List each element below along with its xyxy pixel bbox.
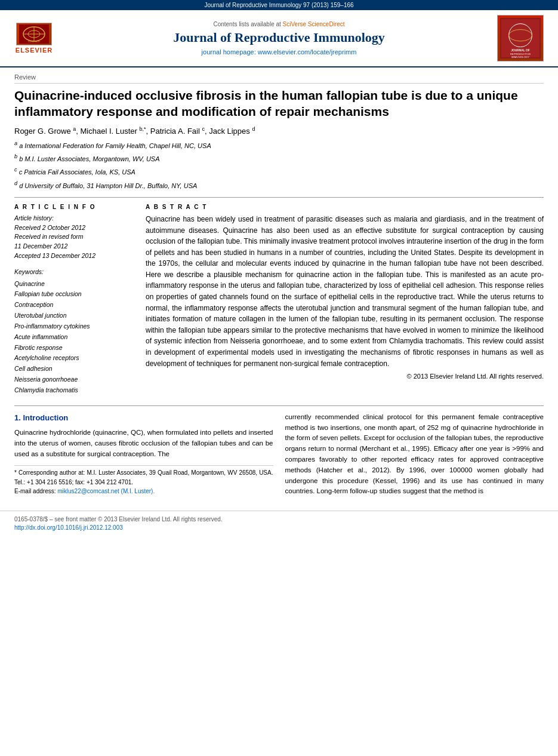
keywords-label: Keywords: xyxy=(14,267,134,278)
section-number: 1. xyxy=(14,413,21,422)
homepage-url[interactable]: www.elsevier.com/locate/jreprimm xyxy=(258,48,357,56)
article-type-label: Review xyxy=(14,73,544,84)
svg-text:IMMUNOLOGY: IMMUNOLOGY xyxy=(511,56,529,59)
article-meta-section: A R T I C L E I N F O Article history: R… xyxy=(14,204,544,396)
intro-title: 1. Introduction xyxy=(14,412,273,424)
journal-header: ELSEVIER ELSEVIER Contents lists availab… xyxy=(0,10,558,67)
footer: 0165-0378/$ – see front matter © 2013 El… xyxy=(0,511,558,536)
intro-para-left: Quinacrine hydrochloride (quinacrine, QC… xyxy=(14,428,273,459)
copyright-line: © 2013 Elsevier Ireland Ltd. All rights … xyxy=(146,373,544,380)
email-label: E-mail address: xyxy=(14,488,56,494)
footer-issn: 0165-0378/$ – see front matter © 2013 El… xyxy=(14,516,544,523)
sciverse-link[interactable]: SciVerse ScienceDirect xyxy=(283,21,345,27)
main-content: Review Quinacrine-induced occlusive fibr… xyxy=(0,73,558,499)
email-value[interactable]: miklus22@comcast.net (M.I. Luster). xyxy=(57,488,155,494)
affiliations-block: a a International Federation for Family … xyxy=(14,139,544,191)
footnote-block: * Corresponding author at: M.I. Luster A… xyxy=(14,465,273,496)
article-info-column: A R T I C L E I N F O Article history: R… xyxy=(14,204,134,396)
journal-title-block: Contents lists available at SciVerse Sci… xyxy=(61,21,497,55)
journal-reference-text: Journal of Reproductive Immunology 97 (2… xyxy=(204,2,353,8)
header-divider xyxy=(14,197,544,198)
journal-cover-image: JOURNAL OF REPRODUCTIVE IMMUNOLOGY xyxy=(497,15,551,62)
keyword-5: Pro-inflammatory cytokines xyxy=(14,321,134,332)
body-col-left: 1. Introduction Quinacrine hydrochloride… xyxy=(14,412,273,499)
section-title-text: Introduction xyxy=(23,413,68,422)
keyword-7: Fibrotic response xyxy=(14,343,134,354)
keyword-4: Uterotubal junction xyxy=(14,311,134,321)
keyword-1: Quinacrine xyxy=(14,279,134,290)
article-type-text: Review xyxy=(14,73,36,81)
footer-doi[interactable]: http://dx.doi.org/10.1016/j.jri.2012.12.… xyxy=(14,524,544,531)
accepted-date: Accepted 13 December 2012 xyxy=(14,251,134,261)
journal-cover-thumbnail: JOURNAL OF REPRODUCTIVE IMMUNOLOGY xyxy=(497,15,544,62)
body-two-col: 1. Introduction Quinacrine hydrochloride… xyxy=(14,412,544,499)
abstract-column: A B S T R A C T Quinacrine has been wide… xyxy=(146,204,544,396)
corresponding-author-note: * Corresponding author at: M.I. Luster A… xyxy=(14,468,273,487)
sciverse-banner: Contents lists available at SciVerse Sci… xyxy=(61,21,497,27)
keyword-11: Chlamydia trachomatis xyxy=(14,385,134,396)
elsevier-wordmark: ELSEVIER xyxy=(16,47,53,54)
body-col-right: currently recommended clinical protocol … xyxy=(285,412,544,499)
keyword-3: Contraception xyxy=(14,300,134,311)
affiliation-d: d d University of Buffalo, 31 Hampton Hi… xyxy=(14,179,544,191)
keyword-2: Fallopian tube occlusion xyxy=(14,289,134,300)
abstract-heading: A B S T R A C T xyxy=(146,204,544,210)
keywords-section: Keywords: Quinacrine Fallopian tube occl… xyxy=(14,267,134,396)
article-history-block: Article history: Received 2 October 2012… xyxy=(14,214,134,261)
svg-text:JOURNAL OF: JOURNAL OF xyxy=(511,49,529,52)
journal-title: Journal of Reproductive Immunology xyxy=(61,30,497,45)
keyword-9: Cell adhesion xyxy=(14,364,134,374)
affiliation-a: a a International Federation for Family … xyxy=(14,139,544,151)
abstract-text: Quinacrine has been widely used in treat… xyxy=(146,214,544,369)
journal-homepage: journal homepage: www.elsevier.com/locat… xyxy=(61,48,497,56)
elsevier-logo-section: ELSEVIER ELSEVIER xyxy=(7,23,61,54)
homepage-label: journal homepage: xyxy=(202,48,256,56)
paper-title: Quinacrine-induced occlusive fibrosis in… xyxy=(14,87,544,120)
affiliation-b: b b M.I. Luster Associates, Morgantown, … xyxy=(14,152,544,164)
article-info-heading: A R T I C L E I N F O xyxy=(14,204,134,210)
revised-date: 11 December 2012 xyxy=(14,242,134,251)
intro-para-right: currently recommended clinical protocol … xyxy=(285,412,544,497)
authors-line: Roger G. Growe a, Michael I. Luster b,*,… xyxy=(14,126,544,136)
keyword-6: Acute inflammation xyxy=(14,332,134,343)
received-date: Received 2 October 2012 xyxy=(14,223,134,233)
elsevier-logo-box: ELSEVIER xyxy=(16,23,52,45)
journal-reference-bar: Journal of Reproductive Immunology 97 (2… xyxy=(0,0,558,10)
keyword-8: Acetylcholine receptors xyxy=(14,353,134,364)
body-section: 1. Introduction Quinacrine hydrochloride… xyxy=(14,405,544,499)
revised-label: Received in revised form xyxy=(14,232,134,242)
email-line: E-mail address: miklus22@comcast.net (M.… xyxy=(14,487,273,496)
history-label: Article history: xyxy=(14,214,134,223)
svg-text:ELSEVIER: ELSEVIER xyxy=(28,40,40,43)
authors-text: Roger G. Growe a, Michael I. Luster b,*,… xyxy=(14,127,255,136)
sciverse-text: Contents lists available at xyxy=(213,21,282,27)
affiliation-c: c c Patricia Fail Associates, Iola, KS, … xyxy=(14,165,544,177)
keyword-10: Neisseria gonorrhoeae xyxy=(14,374,134,385)
